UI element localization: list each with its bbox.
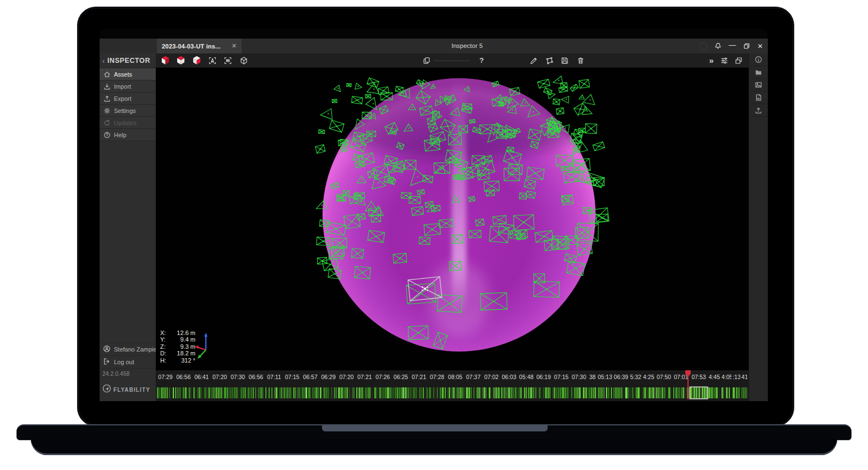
filter-sliders-icon[interactable] [718,53,731,67]
segment-filmstrip[interactable] [553,387,570,398]
back-chevron-icon[interactable]: ‹ [102,57,105,65]
user-menu[interactable]: Stefano Zampieri [100,343,156,355]
segment-filmstrip[interactable] [465,387,482,398]
segment-filmstrip[interactable] [588,387,597,398]
measure-pencil-icon[interactable] [527,53,540,67]
segment-filmstrip[interactable] [483,387,500,398]
timeline-segment[interactable]: 07:20 [338,370,355,401]
timeline-segment[interactable]: 07:02 [483,370,500,401]
segment-filmstrip[interactable] [320,387,337,398]
timeline-segment[interactable]: 07:15 [553,370,570,401]
playhead[interactable] [687,371,689,399]
sidebar-item-help[interactable]: Help [100,128,156,141]
restore-button[interactable] [743,42,750,50]
sidebar-item-import[interactable]: Import [100,80,156,92]
timeline-segment[interactable]: 06:25 [392,370,410,401]
avatar[interactable] [700,42,707,50]
timeline-segment[interactable]: 4:25 [643,370,655,401]
timeline-segment[interactable]: 07:29 [157,370,174,401]
expand-more-icon[interactable]: » [705,53,718,67]
timeline-segment[interactable]: 06:19 [536,370,552,401]
timeline-segment[interactable]: 07:50 [656,370,672,401]
wireframe-cube-icon[interactable] [237,53,250,67]
segment-filmstrip[interactable] [518,387,534,398]
timeline-segment[interactable]: 06:56 [248,370,265,401]
segment-filmstrip[interactable] [501,387,517,398]
timeline-segment[interactable]: 07:37 [465,370,482,401]
timeline-segment[interactable]: 07:11 [265,370,282,401]
select-area-icon[interactable] [206,53,219,67]
timeline-segment[interactable]: 07:28 [429,370,446,401]
view-cube-red-b-icon[interactable] [174,53,188,67]
segment-filmstrip[interactable] [338,387,355,398]
screenshot-icon[interactable] [221,53,234,67]
timeline-segment[interactable]: 07:30 [571,370,587,401]
segment-filmstrip[interactable] [571,387,587,398]
segment-filmstrip[interactable] [690,387,707,398]
rail-info-icon[interactable] [749,53,768,66]
timeline-segment[interactable]: 07:15 [283,370,301,401]
segment-filmstrip[interactable] [392,387,410,398]
view-cube-red-c-icon[interactable] [190,53,203,67]
timeline-segment[interactable]: 38 [588,370,597,401]
segment-filmstrip[interactable] [722,387,732,398]
sidebar-item-settings[interactable]: Settings [100,104,156,116]
close-button[interactable]: ✕ [757,43,763,50]
tab-close-icon[interactable]: ✕ [232,43,237,49]
timeline-segment[interactable]: :13 [733,370,740,401]
rail-upload-icon[interactable] [749,104,768,117]
segment-filmstrip[interactable] [175,387,192,398]
segment-filmstrip[interactable] [741,387,747,398]
segment-filmstrip[interactable] [211,387,228,398]
sidebar-item-updates[interactable]: Updates [100,116,156,128]
segment-filmstrip[interactable] [613,387,629,398]
segment-filmstrip[interactable] [302,387,319,398]
timeline-segment[interactable]: 4:05 [722,370,732,401]
segment-filmstrip[interactable] [356,387,373,398]
segment-filmstrip[interactable] [673,387,689,398]
timeline-segment[interactable]: 07:21 [411,370,428,401]
timeline-segment[interactable]: 05:13 [598,370,612,401]
timeline-segment[interactable]: 41 [741,370,747,401]
segment-filmstrip[interactable] [429,387,446,398]
rail-folder-icon[interactable] [749,66,768,79]
timeline-segment[interactable]: 07:21 [356,370,373,401]
timeline-segment[interactable]: 07:26 [374,370,391,401]
segment-filmstrip[interactable] [447,387,464,398]
delete-icon[interactable] [574,53,587,67]
segment-filmstrip[interactable] [536,387,552,398]
segment-filmstrip[interactable] [248,387,265,398]
rail-image-icon[interactable] [749,79,768,91]
minimize-button[interactable]: — [729,42,736,48]
segment-filmstrip[interactable] [265,387,282,398]
timeline-segment[interactable]: 07:53 [690,370,707,401]
polygon-icon[interactable] [543,53,556,67]
viewport-3d-canvas[interactable] [156,68,749,370]
timeline-segment[interactable]: 06:29 [320,370,337,401]
save-icon[interactable] [558,53,571,67]
timeline-segment[interactable]: 07:30 [230,370,247,401]
sidebar-item-assets[interactable]: Assets [100,68,156,80]
timeline-segment[interactable]: 07:20 [211,370,228,401]
segment-filmstrip[interactable] [656,387,672,398]
timeline-segment[interactable]: 06:03 [501,370,517,401]
help-button[interactable]: ? [475,53,488,67]
segment-filmstrip[interactable] [733,387,740,398]
segment-filmstrip[interactable] [374,387,391,398]
segment-filmstrip[interactable] [598,387,612,398]
timeline-segment[interactable]: 06:57 [302,370,319,401]
timeline-segment[interactable]: 06:56 [175,370,192,401]
segment-filmstrip[interactable] [630,387,642,398]
segment-filmstrip[interactable] [411,387,428,398]
view-cube-red-a-icon[interactable] [159,53,172,67]
timeline-segment[interactable]: 06:41 [193,370,210,401]
segment-filmstrip[interactable] [708,387,720,398]
timeline-segment[interactable]: 4:45 [708,370,720,401]
segment-filmstrip[interactable] [283,387,301,398]
timeline-segment[interactable]: 06:39 [613,370,629,401]
segment-filmstrip[interactable] [230,387,247,398]
timeline-segment[interactable]: 08:05 [447,370,464,401]
cascade-windows-icon[interactable] [732,53,745,67]
timeline[interactable]: 07:2906:5606:4107:2007:3006:5607:1107:15… [156,370,749,401]
segment-filmstrip[interactable] [193,387,210,398]
